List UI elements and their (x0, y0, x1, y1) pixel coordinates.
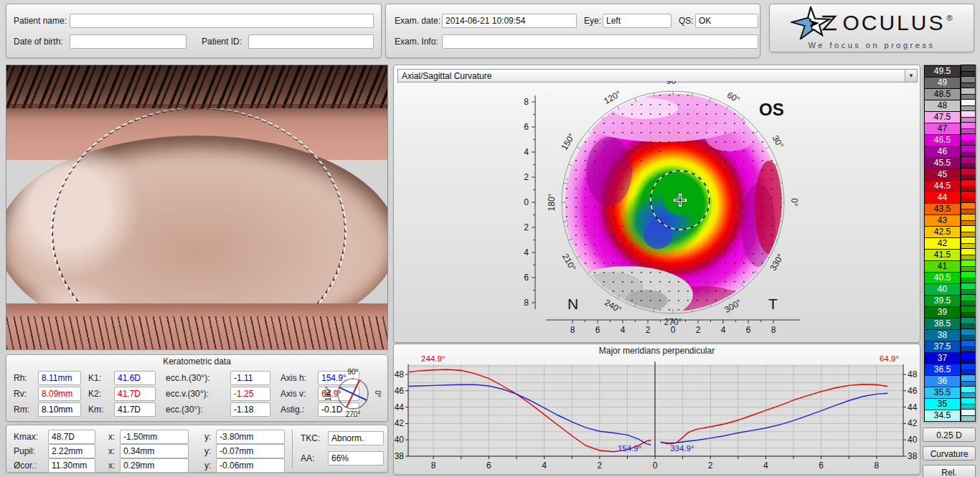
color-scale-rows: 49.54948.54847.54746.54645.54544.54443.5… (923, 65, 977, 423)
meridian-y-tick-label: 42 (908, 418, 918, 428)
side-value-aa[interactable] (328, 451, 384, 466)
scale-halfstep-lower (961, 415, 976, 422)
date-of-birth-label: Date of birth: (14, 37, 63, 47)
map-x-tick-label: 4 (621, 325, 626, 335)
side-value-tkc[interactable] (328, 431, 384, 445)
patient-name-input[interactable] (70, 14, 374, 28)
map-y-tick-label: 0 (524, 197, 529, 207)
meridian-x-tick-label: 2 (708, 461, 713, 471)
kerato-value-k2[interactable] (114, 387, 156, 401)
extra-value[interactable] (48, 458, 95, 473)
meridian-y-tick-label: 46 (908, 386, 918, 396)
kerato-value-ecch30[interactable] (230, 371, 270, 385)
map-y-tick-label: 2 (524, 172, 529, 182)
extra-label: Pupil: (14, 446, 35, 456)
extra-y-value[interactable] (216, 444, 285, 458)
meridian-y-tick-label: 46 (395, 386, 405, 396)
measurement-summary-panel: Kmax:x:y:Pupil:x:y:Øcor.:x:y:TKC:AA: (6, 425, 388, 473)
extra-x-value[interactable] (120, 444, 189, 458)
scale-value: 45.5 (924, 157, 961, 169)
map-y-tick-label: 2 (524, 222, 529, 232)
topography-color-disc (561, 93, 783, 323)
scale-value: 37.5 (924, 341, 961, 353)
kerato-value-rm[interactable] (38, 402, 81, 417)
meridian-y-tick-label: 42 (395, 418, 405, 428)
scale-value: 44.5 (924, 180, 961, 192)
scale-buttons: 0.25 DCurvatureRel. (923, 428, 977, 477)
oculus-star-icon (791, 6, 842, 39)
qs-input[interactable] (695, 14, 758, 28)
patient-id-input[interactable] (248, 34, 374, 49)
eye-input[interactable] (603, 14, 672, 28)
exam-info-input[interactable] (442, 34, 758, 49)
kerato-label: K2: (88, 389, 101, 399)
x-label: x: (108, 461, 115, 471)
side-label: AA: (301, 453, 314, 463)
kerato-label: Rm: (14, 405, 29, 415)
keratometric-title: Keratometric data (6, 356, 387, 367)
exam-date-input[interactable] (442, 14, 577, 28)
meridian-y-tick-label: 40 (908, 435, 918, 445)
map-x-tick-label: 0 (671, 325, 676, 335)
kerato-value-km[interactable] (114, 402, 156, 417)
oculus-topographer-screen: Patient name: Date of birth: Patient ID:… (0, 0, 980, 477)
scale-value: 48.5 (924, 88, 961, 100)
map-angle-label: 120° (602, 88, 623, 106)
relative-button[interactable]: Rel. (923, 465, 976, 477)
map-x-tick-label: 2 (646, 325, 651, 335)
scale-value: 42 (924, 237, 961, 250)
map-y-tick-label: 8 (524, 97, 529, 107)
y-label: y: (204, 446, 211, 456)
meridian-x-tick-label: 6 (819, 461, 824, 471)
kerato-label: ecc.v.(30°): (166, 389, 209, 399)
scale-value: 46 (924, 146, 961, 158)
chevron-down-icon[interactable]: ▼ (905, 70, 917, 82)
map-type-dropdown-value: Axial/Sagittal Curvature (398, 71, 905, 81)
extra-y-value[interactable] (216, 458, 285, 473)
meridian-axis-annotation: 244.9° (421, 354, 445, 363)
kerato-value-k1[interactable] (114, 371, 156, 385)
meridian-axis-annotation: 154.9° (618, 444, 641, 453)
map-angle-label: 180° (547, 193, 557, 211)
scale-value: 34.5 (924, 410, 961, 422)
kerato-value-eccv30[interactable] (230, 387, 270, 401)
compass-270-label: 270° (346, 410, 361, 418)
kerato-value-rh[interactable] (38, 371, 81, 385)
extra-x-value[interactable] (120, 430, 189, 444)
step-button[interactable]: 0.25 D (923, 428, 976, 442)
temporal-marker: T (768, 296, 778, 312)
kerato-label: Astig.: (281, 405, 304, 415)
extra-y-value[interactable] (216, 430, 285, 444)
scale-value: 35.5 (924, 387, 961, 399)
map-angle-label: 0° (789, 198, 799, 207)
eye-side-marker: OS (759, 100, 784, 119)
meridian-y-tick-label: 44 (395, 402, 405, 412)
kerato-label: Rh: (14, 373, 27, 383)
axis-compass: 90° 270° 180° 0° (321, 367, 385, 418)
extra-value[interactable] (48, 430, 95, 444)
scale-value: 39.5 (924, 295, 961, 307)
curvature-button[interactable]: Curvature (923, 446, 976, 461)
meridian-y-tick-label: 48 (395, 369, 405, 379)
extra-value[interactable] (48, 444, 95, 458)
scale-value: 40.5 (924, 272, 961, 284)
date-of-birth-input[interactable] (70, 34, 187, 49)
scale-value: 48 (924, 100, 961, 112)
kerato-value-ecc30[interactable] (230, 402, 270, 417)
kerato-label: ecc.h.(30°): (166, 373, 210, 383)
meridian-x-tick-label: 4 (763, 461, 768, 471)
map-y-tick-label: 4 (524, 147, 529, 157)
scale-value: 47.5 (924, 111, 961, 123)
keratometric-data-panel: Keratometric data Rh:K1:ecc.h.(30°):Axis… (6, 354, 388, 422)
map-x-tick-label: 2 (696, 325, 701, 335)
kerato-label: Axis h: (281, 373, 306, 383)
map-angle-label: 150° (560, 131, 578, 152)
compass-180-label: 180° (324, 387, 332, 402)
meridian-y-tick-label: 38 (395, 451, 405, 461)
kerato-label: K1: (88, 373, 101, 383)
eye-photo (6, 65, 388, 350)
meridian-y-tick-label: 44 (908, 402, 918, 412)
patient-info-box: Patient name: Date of birth: Patient ID: (6, 4, 382, 58)
extra-x-value[interactable] (120, 458, 189, 473)
kerato-value-rv[interactable] (38, 387, 81, 401)
